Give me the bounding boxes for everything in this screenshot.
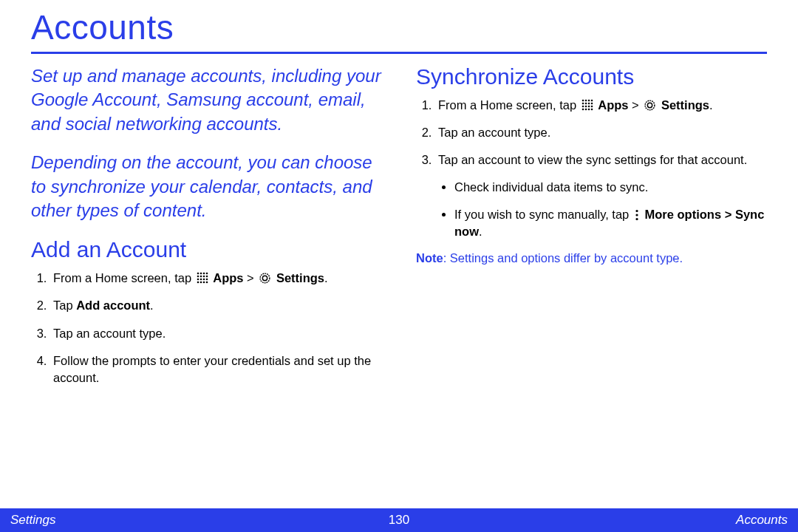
sync-step-2: Tap an account type.	[435, 124, 767, 141]
svg-point-24	[587, 103, 590, 105]
svg-point-38	[635, 218, 638, 220]
svg-point-37	[635, 214, 638, 216]
apps-grid-icon	[197, 272, 208, 284]
svg-point-1	[200, 273, 202, 275]
svg-point-20	[587, 100, 590, 102]
intro-block: Set up and manage accounts, including yo…	[31, 64, 382, 222]
separator: >	[244, 271, 258, 284]
svg-point-13	[200, 282, 202, 284]
step-text: Tap	[53, 299, 76, 312]
svg-point-32	[587, 109, 590, 111]
settings-label: Settings	[661, 98, 709, 112]
content-area: Accounts Set up and manage accounts, inc…	[0, 0, 798, 397]
svg-point-14	[202, 282, 205, 284]
svg-point-23	[584, 103, 587, 105]
apps-grid-icon	[582, 99, 593, 111]
period: .	[324, 271, 328, 284]
apps-label: Apps	[598, 98, 628, 112]
svg-point-16	[260, 273, 270, 283]
separator: >	[721, 208, 735, 221]
period: .	[150, 299, 154, 312]
intro-paragraph-1: Set up and manage accounts, including yo…	[31, 64, 382, 136]
svg-point-29	[590, 106, 593, 108]
step-text: From a Home screen, tap	[53, 271, 195, 284]
sync-accounts-steps: From a Home screen, tap Apps > Settings.…	[416, 97, 767, 241]
page-title: Accounts	[31, 0, 767, 52]
settings-gear-icon	[259, 272, 271, 284]
add-account-label: Add account	[76, 299, 150, 312]
sync-step-3: Tap an account to view the sync settings…	[435, 151, 767, 240]
note-text: : Settings and options differ by account…	[443, 251, 683, 265]
sync-step-1: From a Home screen, tap Apps > Settings.	[435, 97, 767, 114]
sub-text: If you wish to sync manually, tap	[454, 208, 632, 221]
separator: >	[629, 98, 643, 112]
add-step-2: Tap Add account.	[50, 297, 382, 314]
svg-point-6	[202, 276, 205, 278]
sync-sub-2: If you wish to sync manually, tap More o…	[454, 206, 767, 240]
sync-sub-1: Check individual data items to sync.	[454, 179, 767, 196]
add-account-steps: From a Home screen, tap Apps > Settings.…	[31, 270, 382, 386]
svg-point-0	[197, 273, 199, 275]
sync-accounts-heading: Synchronize Accounts	[416, 64, 767, 89]
intro-paragraph-2: Depending on the account, you can choose…	[31, 151, 382, 222]
svg-point-4	[197, 276, 199, 278]
apps-label: Apps	[213, 271, 243, 284]
more-options-label: More options	[644, 208, 721, 221]
add-account-heading: Add an Account	[31, 237, 382, 262]
svg-point-35	[648, 103, 652, 107]
svg-point-5	[200, 276, 202, 278]
svg-point-19	[584, 100, 587, 102]
svg-point-11	[205, 279, 208, 281]
step-text: From a Home screen, tap	[438, 98, 580, 112]
svg-point-34	[645, 100, 655, 110]
footer-page-number: 130	[389, 513, 409, 528]
two-column-layout: Set up and manage accounts, including yo…	[31, 64, 767, 397]
left-column: Set up and manage accounts, including yo…	[31, 64, 382, 397]
svg-point-22	[582, 103, 584, 105]
note-label: Note	[416, 251, 443, 265]
svg-point-27	[584, 106, 587, 108]
sync-note: Note: Settings and options differ by acc…	[416, 251, 767, 265]
right-column: Synchronize Accounts From a Home screen,…	[416, 64, 767, 397]
svg-point-3	[205, 273, 208, 275]
svg-point-36	[635, 210, 638, 212]
footer-left: Settings	[10, 513, 55, 528]
svg-point-18	[582, 100, 584, 102]
svg-point-21	[590, 100, 593, 102]
step-text: Tap an account to view the sync settings…	[438, 153, 747, 166]
svg-point-17	[263, 276, 267, 281]
settings-gear-icon	[644, 99, 656, 112]
more-options-icon	[635, 209, 639, 221]
add-step-1: From a Home screen, tap Apps > Settings.	[50, 270, 382, 287]
sync-sub-list: Check individual data items to sync. If …	[438, 179, 767, 240]
footer-right: Accounts	[736, 513, 788, 528]
add-step-4: Follow the prompts to enter your credent…	[50, 352, 382, 386]
svg-point-15	[205, 282, 208, 284]
svg-point-28	[587, 106, 590, 108]
svg-point-26	[582, 106, 584, 108]
svg-point-25	[590, 103, 593, 105]
svg-point-33	[590, 109, 593, 111]
svg-point-12	[197, 282, 199, 284]
svg-point-31	[584, 109, 587, 111]
manual-page: Accounts Set up and manage accounts, inc…	[0, 0, 798, 532]
svg-point-10	[202, 279, 205, 281]
period: .	[709, 98, 713, 112]
svg-point-7	[205, 276, 208, 278]
add-step-3: Tap an account type.	[50, 325, 382, 342]
svg-point-8	[197, 279, 199, 281]
settings-label: Settings	[276, 271, 324, 284]
svg-point-30	[582, 109, 584, 111]
page-footer: Settings 130 Accounts	[0, 508, 798, 532]
svg-point-9	[200, 279, 202, 281]
period: .	[479, 225, 482, 238]
svg-point-2	[202, 273, 205, 275]
title-rule	[31, 52, 767, 54]
